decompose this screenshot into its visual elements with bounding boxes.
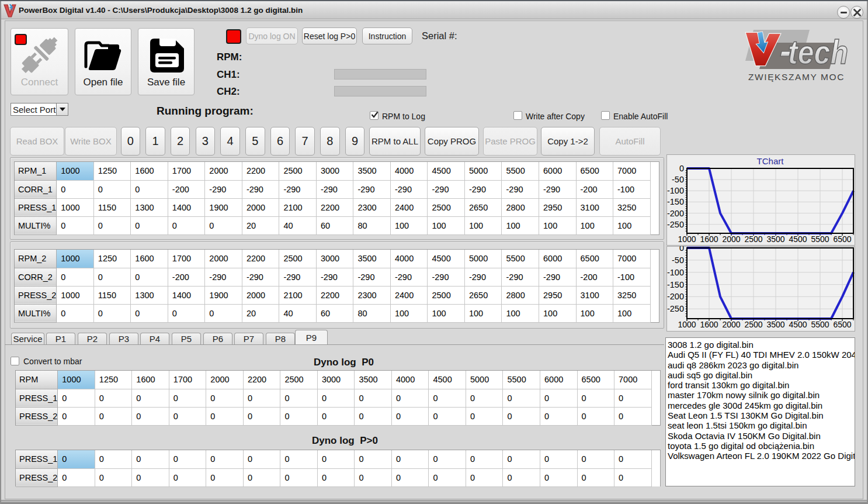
svg-text:TChart: TChart (757, 156, 784, 166)
svg-text:4500: 4500 (789, 320, 807, 329)
svg-text:1000: 1000 (678, 320, 696, 329)
svg-text:ZWIĘKSZAMY MOC: ZWIĘKSZAMY MOC (748, 72, 845, 82)
svg-text:-200: -200 (667, 292, 684, 301)
svg-text:6500: 6500 (833, 320, 851, 329)
svg-text:-100: -100 (667, 186, 684, 195)
svg-text:-50: -50 (672, 256, 684, 265)
svg-text:0: 0 (679, 164, 684, 173)
svg-text:-150: -150 (667, 197, 684, 206)
svg-text:-100: -100 (667, 268, 684, 277)
svg-text:tech: tech (788, 33, 848, 71)
svg-text:3500: 3500 (766, 234, 784, 244)
svg-text:4500: 4500 (789, 234, 807, 244)
svg-text:-250: -250 (667, 220, 684, 229)
svg-text:5500: 5500 (811, 320, 829, 329)
svg-text:2500: 2500 (744, 234, 762, 244)
svg-text:1000: 1000 (678, 234, 696, 244)
svg-text:-250: -250 (667, 304, 684, 313)
svg-text:-50: -50 (672, 175, 684, 184)
svg-text:5500: 5500 (811, 234, 829, 244)
svg-text:2000: 2000 (722, 234, 740, 244)
svg-text:0: 0 (679, 246, 684, 253)
svg-text:3500: 3500 (766, 320, 784, 329)
svg-text:2500: 2500 (744, 320, 762, 329)
svg-text:1600: 1600 (700, 320, 718, 329)
svg-text:-200: -200 (667, 209, 684, 218)
svg-text:-150: -150 (667, 280, 684, 289)
svg-text:2000: 2000 (722, 320, 740, 329)
svg-text:1600: 1600 (700, 234, 718, 244)
svg-text:6500: 6500 (833, 234, 851, 244)
